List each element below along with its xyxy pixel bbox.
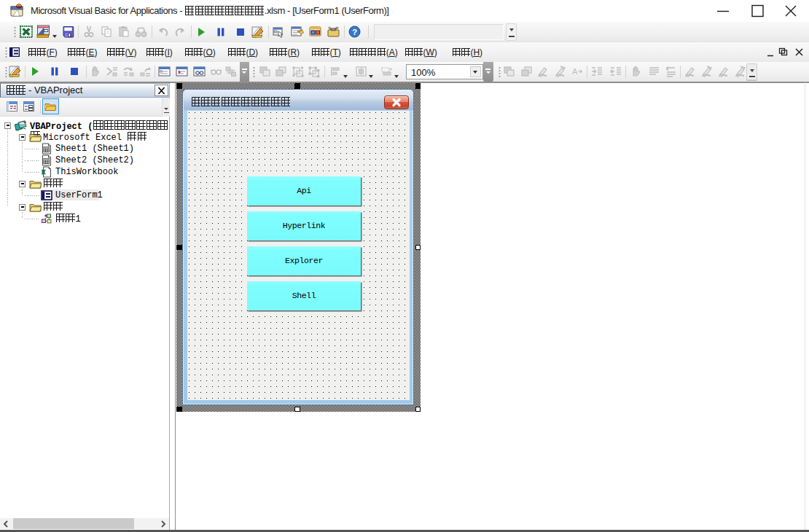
svg-text:A: A [572,67,578,76]
svg-text:?: ? [352,28,357,36]
